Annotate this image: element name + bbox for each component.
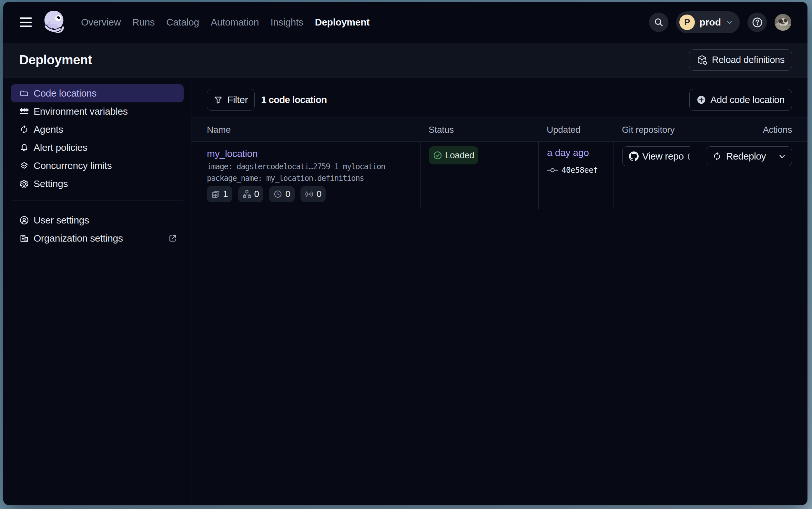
sensors-icon — [305, 190, 314, 199]
column-header-status: Status — [420, 118, 538, 141]
sidebar-item-alert-policies[interactable]: Alert policies — [11, 139, 184, 157]
filter-button[interactable]: Filter — [207, 89, 255, 111]
schedules-count-chip[interactable]: 0 — [269, 186, 295, 202]
commit-hash[interactable]: 40e58eef — [561, 166, 598, 175]
plus-circle-icon — [697, 95, 706, 104]
bell-icon — [20, 143, 29, 152]
nav-item-runs[interactable]: Runs — [132, 17, 155, 28]
sync-icon — [20, 125, 29, 134]
sidebar-item-label: Alert policies — [34, 142, 87, 153]
folder-icon — [20, 89, 29, 98]
add-code-location-button[interactable]: Add code location — [689, 89, 792, 111]
name-cell: my_location image: dagstercodelocati…275… — [191, 142, 420, 209]
reload-definitions-label: Reload definitions — [712, 55, 784, 65]
reload-definitions-button[interactable]: Reload definitions — [689, 49, 792, 71]
user-avatar[interactable] — [775, 14, 791, 31]
sidebar-item-organization-settings[interactable]: Organization settings — [11, 229, 184, 247]
primary-navigation: Overview Runs Catalog Automation Insight… — [81, 17, 370, 28]
commit-row: 40e58eef — [547, 166, 614, 175]
view-repo-button[interactable]: View repo — [622, 146, 690, 166]
jobs-count: 0 — [254, 189, 259, 199]
column-header-git-repository: Git repository — [614, 118, 690, 141]
actions-cell: Redeploy — [690, 142, 808, 209]
help-button[interactable] — [747, 12, 767, 32]
nav-item-catalog[interactable]: Catalog — [166, 17, 199, 28]
commit-icon — [547, 167, 558, 173]
sensors-count: 0 — [317, 189, 322, 199]
sidebar-item-environment-variables[interactable]: Environment variables — [11, 102, 184, 121]
nav-item-automation[interactable]: Automation — [211, 17, 259, 28]
status-badge[interactable]: Loaded — [429, 146, 478, 164]
jobs-icon — [243, 190, 251, 199]
sidebar-item-label: Settings — [34, 178, 68, 189]
deployment-switcher-button[interactable]: P prod — [676, 11, 740, 33]
chevron-down-icon — [778, 152, 786, 161]
sidebar-item-concurrency-limits[interactable]: Concurrency limits — [11, 157, 184, 175]
git-repository-cell: View repo — [614, 142, 690, 209]
gear-icon — [20, 179, 29, 189]
redeploy-icon — [712, 151, 722, 161]
sidebar-item-label: Environment variables — [34, 106, 128, 117]
nav-item-insights[interactable]: Insights — [270, 17, 303, 28]
code-location-link[interactable]: my_location — [207, 147, 420, 161]
sidebar-item-label: Organization settings — [34, 233, 123, 244]
avatar-photo — [775, 14, 791, 31]
package-line: package_name: my_location.definitions — [207, 172, 420, 184]
schedules-count: 0 — [285, 189, 291, 199]
asterisks-icon — [20, 107, 29, 116]
nav-item-overview[interactable]: Overview — [81, 17, 121, 28]
layers-icon — [20, 161, 29, 171]
code-location-count: 1 code location — [261, 94, 327, 105]
assets-count-chip[interactable]: 1 — [207, 186, 232, 202]
sidebar-item-user-settings[interactable]: User settings — [11, 211, 184, 229]
page-header: Deployment Reload definitions — [3, 43, 808, 77]
status-label: Loaded — [445, 150, 474, 161]
topnav-right-cluster: P prod — [649, 11, 791, 33]
reload-definitions-icon — [697, 55, 707, 66]
desktop-background: Overview Runs Catalog Automation Insight… — [0, 0, 812, 509]
question-circle-icon — [752, 17, 763, 28]
deployment-switcher-label: prod — [699, 17, 721, 28]
redeploy-button[interactable]: Redeploy — [706, 147, 772, 166]
column-header-updated: Updated — [538, 118, 614, 141]
deployment-avatar: P — [679, 14, 695, 30]
search-button[interactable] — [649, 12, 668, 32]
sensors-count-chip[interactable]: 0 — [300, 186, 326, 202]
status-cell: Loaded — [420, 142, 538, 209]
deployment-sidebar: Code locations Environment variables Age… — [3, 77, 191, 505]
hamburger-menu-button[interactable] — [20, 18, 32, 27]
sidebar-item-agents[interactable]: Agents — [11, 121, 184, 139]
updated-relative-time[interactable]: a day ago — [547, 147, 589, 158]
top-navigation-bar: Overview Runs Catalog Automation Insight… — [3, 2, 808, 43]
check-circle-icon — [433, 151, 442, 160]
sidebar-item-label: Concurrency limits — [34, 160, 112, 171]
building-icon — [20, 234, 29, 243]
redeploy-dropdown-button[interactable] — [772, 147, 792, 166]
jobs-count-chip[interactable]: 0 — [238, 186, 264, 202]
assets-icon — [211, 190, 220, 199]
sidebar-item-code-locations[interactable]: Code locations — [11, 84, 184, 102]
external-link-icon — [168, 234, 177, 243]
content-area: Code locations Environment variables Age… — [3, 77, 808, 505]
view-repo-label: View repo — [642, 151, 684, 162]
code-locations-table: Name Status Updated Git repository Actio… — [191, 117, 808, 209]
sidebar-item-label: Agents — [34, 124, 63, 135]
sidebar-item-label: User settings — [34, 215, 89, 226]
assets-count: 1 — [223, 189, 228, 199]
column-header-name: Name — [191, 118, 420, 141]
filter-funnel-icon — [214, 95, 223, 104]
chevron-down-icon — [726, 19, 733, 26]
definition-count-chips: 1 0 0 — [207, 186, 420, 202]
sidebar-item-settings[interactable]: Settings — [11, 175, 184, 193]
nav-item-deployment[interactable]: Deployment — [315, 17, 370, 28]
code-locations-main: Filter 1 code location Add code location… — [191, 77, 808, 505]
sidebar-divider — [11, 201, 183, 201]
dagster-octopus-logo[interactable] — [41, 9, 67, 35]
user-circle-icon — [20, 215, 29, 225]
page-title: Deployment — [20, 53, 92, 67]
dagster-app-window: Overview Runs Catalog Automation Insight… — [3, 2, 808, 505]
code-locations-toolbar: Filter 1 code location Add code location — [191, 77, 808, 117]
schedules-icon — [273, 190, 283, 199]
filter-button-label: Filter — [227, 94, 248, 105]
column-header-actions: Actions — [690, 118, 808, 141]
